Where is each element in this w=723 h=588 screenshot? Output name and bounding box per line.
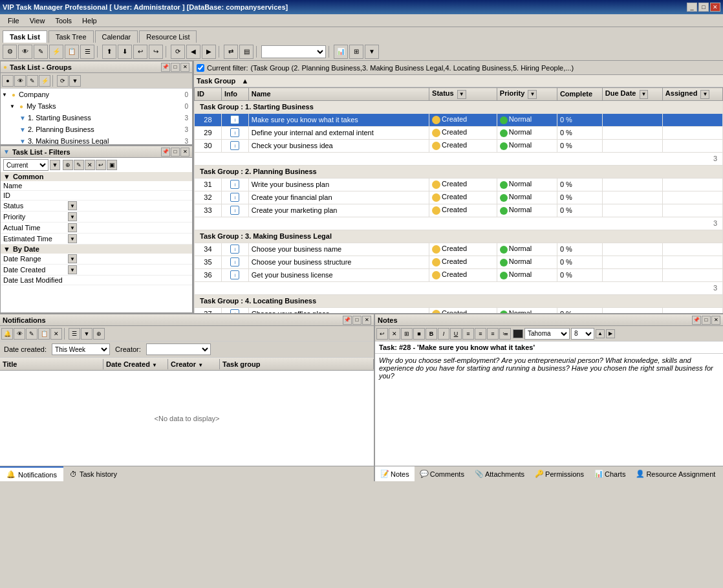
- notes-btn-4[interactable]: ■: [413, 328, 425, 340]
- table-row[interactable]: 35 i Choose your business structure Crea…: [195, 256, 723, 268]
- filter-current-btn[interactable]: ▼: [50, 160, 60, 170]
- th-duedate[interactable]: Due Date ▼: [602, 88, 662, 101]
- notes-align-right[interactable]: ≡: [487, 328, 499, 340]
- menu-help[interactable]: Help: [77, 16, 102, 26]
- notes-color-picker[interactable]: [513, 329, 523, 338]
- toolbar-btn-9[interactable]: ↩: [133, 45, 147, 59]
- tree-btn-1[interactable]: ●: [2, 75, 14, 87]
- priority-drop-icon[interactable]: ▼: [528, 90, 537, 99]
- notif-btn-3[interactable]: ✎: [26, 328, 38, 340]
- panel-pin-btn[interactable]: 📌: [161, 63, 170, 72]
- toolbar-btn-switch[interactable]: ⇄: [224, 45, 238, 59]
- toolbar-btn-refresh[interactable]: ⟳: [171, 45, 185, 59]
- filter-tool-1[interactable]: ⊕: [63, 160, 73, 170]
- title-bar-buttons[interactable]: _ □ ✕: [687, 3, 720, 12]
- filter-restore-btn[interactable]: □: [171, 147, 180, 157]
- toolbar-btn-7[interactable]: ⬆: [102, 45, 116, 59]
- panel-close-btn[interactable]: ✕: [180, 63, 189, 72]
- toolbar-btn-11[interactable]: ◀: [186, 45, 200, 59]
- date-created-select[interactable]: This Week: [52, 343, 110, 355]
- tree-item-group2[interactable]: ▼ 2. Planning Business 3: [1, 124, 192, 135]
- toolbar-btn-14[interactable]: 📊: [334, 45, 348, 59]
- view-dropdown[interactable]: [261, 45, 326, 58]
- notif-close-btn[interactable]: ✕: [362, 316, 371, 325]
- task-table-area[interactable]: ID Info Name Status ▼ Priority ▼ Complet…: [194, 87, 723, 313]
- creator-select[interactable]: [146, 343, 211, 355]
- notif-col-title[interactable]: Title: [0, 359, 103, 369]
- notes-restore-btn[interactable]: □: [702, 316, 711, 325]
- notes-tab-permissions[interactable]: 🔑 Permissions: [530, 466, 589, 481]
- filter-section-bydate[interactable]: ▼ By Date: [1, 245, 192, 254]
- notes-content-area[interactable]: Why do you choose self-employment? Are y…: [375, 354, 723, 466]
- notes-btn-3[interactable]: ⊞: [401, 328, 413, 340]
- table-row[interactable]: 28 i Make sure you know what it takes Cr…: [195, 113, 723, 126]
- notes-align-left[interactable]: ≡: [462, 328, 474, 340]
- table-row[interactable]: 33 i Create your marketing plan Created …: [195, 204, 723, 217]
- toolbar-btn-12[interactable]: ▶: [202, 45, 216, 59]
- filter-status-drop[interactable]: ▼: [68, 201, 77, 210]
- filter-datecreated-drop[interactable]: ▼: [68, 265, 77, 274]
- notes-close-btn[interactable]: ✕: [711, 316, 720, 325]
- th-id[interactable]: ID: [195, 88, 222, 101]
- tree-btn-4[interactable]: ⚡: [39, 75, 50, 87]
- notes-tab-attachments[interactable]: 📎 Attachments: [469, 466, 530, 481]
- th-status[interactable]: Status ▼: [429, 88, 497, 101]
- tree-btn-2[interactable]: 👁: [14, 75, 26, 87]
- notes-tab-resource[interactable]: 👤 Resource Assignment: [631, 466, 720, 481]
- toolbar-btn-1[interactable]: ⚙: [3, 45, 17, 59]
- th-assigned[interactable]: Assigned ▼: [662, 88, 722, 101]
- tree-btn-5[interactable]: ▼: [69, 75, 81, 87]
- notes-font-select[interactable]: Tahoma: [524, 328, 570, 340]
- notes-pin-btn[interactable]: 📌: [692, 316, 701, 325]
- tree-btn-refresh[interactable]: ⟳: [57, 75, 69, 87]
- table-row[interactable]: 30 i Check your business idea Created No…: [195, 139, 723, 152]
- table-row[interactable]: 31 i Write your business plan Created No…: [195, 178, 723, 191]
- th-info[interactable]: Info: [221, 88, 248, 101]
- toolbar-btn-8[interactable]: ⬇: [118, 45, 132, 59]
- filter-current-select[interactable]: Current: [3, 159, 49, 171]
- close-button[interactable]: ✕: [710, 3, 720, 12]
- toolbar-btn-5[interactable]: 📋: [65, 45, 79, 59]
- tab-task-list[interactable]: Task List: [3, 30, 47, 43]
- menu-file[interactable]: File: [3, 16, 25, 26]
- tab-task-history[interactable]: ⏱ Task history: [63, 466, 124, 481]
- notes-tab-charts[interactable]: 📊 Charts: [589, 466, 631, 481]
- tree-btn-3[interactable]: ✎: [27, 75, 38, 87]
- minimize-button[interactable]: _: [687, 3, 697, 12]
- panel-restore-btn[interactable]: □: [171, 63, 180, 72]
- toolbar-btn-10[interactable]: ↪: [149, 45, 163, 59]
- notes-size-select[interactable]: 8: [571, 328, 594, 340]
- notif-col-creator[interactable]: Creator ▼: [168, 359, 220, 369]
- toolbar-btn-15[interactable]: ⊞: [349, 45, 363, 59]
- notes-bullet[interactable]: ≔: [499, 328, 511, 340]
- notes-align-center[interactable]: ≡: [475, 328, 486, 340]
- notes-tab-comments[interactable]: 💬 Comments: [415, 466, 469, 481]
- table-row[interactable]: 32 i Create your financial plan Created …: [195, 191, 723, 204]
- notes-btn-2[interactable]: ✕: [389, 328, 400, 340]
- th-priority[interactable]: Priority ▼: [497, 88, 557, 101]
- toolbar-btn-4[interactable]: ⚡: [49, 45, 63, 59]
- filter-actual-drop[interactable]: ▼: [68, 223, 77, 232]
- notes-underline-btn[interactable]: U: [450, 328, 462, 340]
- notif-btn-2[interactable]: 👁: [14, 328, 25, 340]
- toolbar-btn-13[interactable]: ▤: [239, 45, 254, 59]
- filter-section-common[interactable]: ▼ Common: [1, 172, 192, 181]
- table-row[interactable]: 29 i Define your internal and external i…: [195, 126, 723, 139]
- menu-view[interactable]: View: [25, 16, 50, 26]
- toolbar-btn-2[interactable]: 👁: [18, 45, 32, 59]
- filter-daterange-drop[interactable]: ▼: [68, 254, 77, 263]
- filter-checkbox[interactable]: [197, 64, 204, 72]
- filter-close-btn[interactable]: ✕: [180, 147, 189, 157]
- th-complete[interactable]: Complete: [557, 88, 602, 101]
- tree-item-mytasks[interactable]: ▼ ● My Tasks 0: [1, 100, 192, 112]
- notes-tab-notes[interactable]: 📝 Notes: [375, 466, 415, 481]
- notif-btn-4[interactable]: 📋: [38, 328, 50, 340]
- tree-item-group1[interactable]: ▼ 1. Starting Business 3: [1, 112, 192, 124]
- tab-calendar[interactable]: Calendar: [95, 30, 138, 43]
- filter-pin-btn[interactable]: 📌: [161, 147, 170, 157]
- menu-tools[interactable]: Tools: [50, 16, 77, 26]
- toolbar-btn-16[interactable]: ▼: [365, 45, 379, 59]
- notif-pin-btn[interactable]: 📌: [343, 316, 352, 325]
- notes-italic-btn[interactable]: I: [438, 328, 449, 340]
- notes-size-down[interactable]: ▶: [606, 329, 615, 338]
